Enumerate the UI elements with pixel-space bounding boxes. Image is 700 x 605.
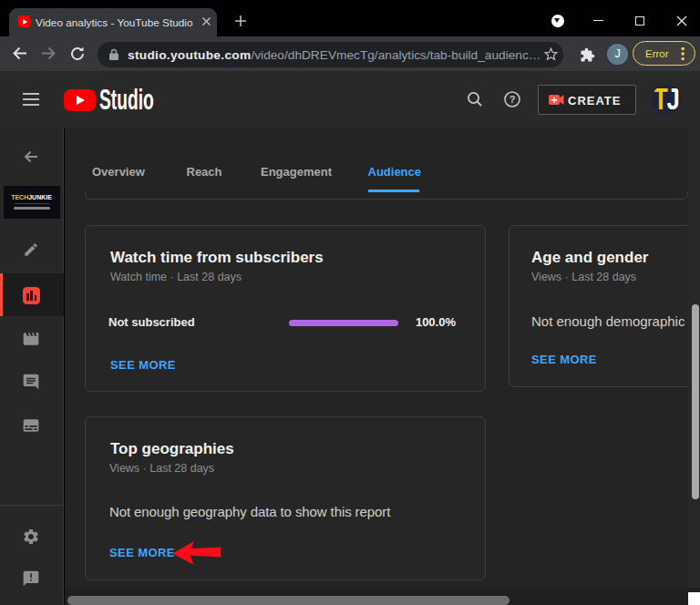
svg-text:?: ? [509,94,515,105]
